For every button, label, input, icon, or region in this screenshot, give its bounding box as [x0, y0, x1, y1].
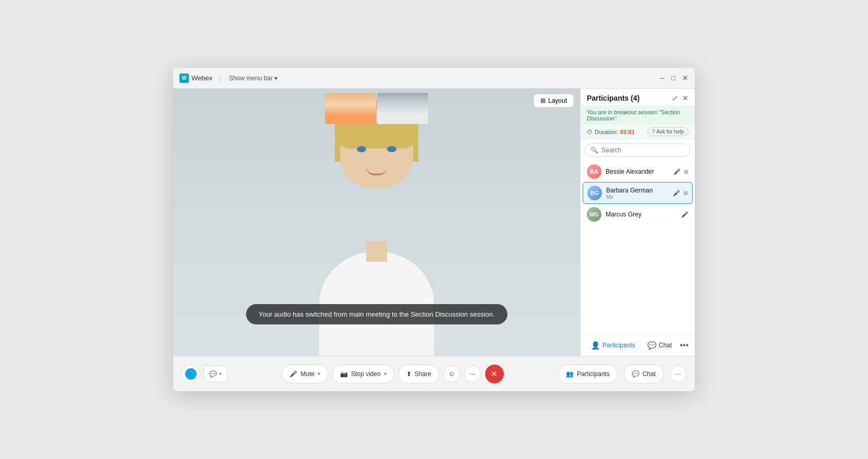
- tab-participants[interactable]: 👤 Participants: [587, 339, 640, 352]
- chat-icon: 💬: [632, 370, 640, 378]
- title-bar-controls: ─ □ ✕: [658, 75, 689, 82]
- stop-video-button[interactable]: 📷 Stop video ▾: [332, 365, 394, 383]
- participant-avatar-barbara: BG: [587, 186, 602, 200]
- participant-item-marcus[interactable]: MG Marcus Grey 🎤: [581, 204, 695, 225]
- title-divider: |: [220, 74, 222, 82]
- layout-button[interactable]: ⊞ Layout: [534, 94, 574, 107]
- share-button[interactable]: ⬆ Share: [399, 365, 439, 383]
- assistant-button[interactable]: [182, 365, 200, 383]
- panel-more-button[interactable]: •••: [680, 341, 689, 350]
- toast-message: Your audio has switched from main meetin…: [259, 310, 495, 318]
- panel-bottom-tabs: 👤 Participants 💬 Chat •••: [581, 334, 695, 356]
- duration-badge: ⏱ Duration: 03:01: [587, 129, 635, 135]
- search-input[interactable]: [601, 147, 685, 154]
- chevron-down-icon: ▾: [274, 75, 278, 82]
- caption-icon: 💬: [209, 370, 217, 378]
- share-icon: ⬆: [406, 370, 412, 378]
- participants-tab-icon: 👤: [591, 341, 600, 349]
- participants-button[interactable]: 👥 Participants: [558, 365, 618, 383]
- participant-name-bessie: Bessie Alexander: [606, 168, 669, 175]
- breakout-notice: You are in breakout session "Section Dis…: [581, 106, 695, 125]
- participant-actions-bessie: 🎤 🖥: [673, 168, 689, 175]
- panel-close-button[interactable]: ✕: [682, 94, 689, 102]
- duration-label: Duration:: [595, 129, 618, 135]
- title-bar-left: W Webex | Show menu bar ▾: [179, 74, 278, 83]
- more-options-icon: ···: [469, 370, 475, 378]
- chat-button[interactable]: 💬 Chat: [624, 365, 664, 383]
- end-call-icon: ✕: [491, 369, 498, 379]
- chat-tab-label: Chat: [659, 342, 672, 349]
- video-chevron-icon: ▾: [384, 371, 387, 377]
- participants-icon: 👥: [566, 370, 574, 378]
- mute-chevron-icon: ▾: [318, 371, 320, 377]
- toolbar-right: 👥 Participants 💬 Chat ···: [558, 365, 686, 383]
- person-eye-right: [387, 146, 396, 152]
- mute-icon: 🎤: [290, 370, 297, 378]
- breakout-notice-text: You are in breakout session "Section Dis…: [587, 109, 680, 122]
- main-video: Your audio has switched from main meetin…: [173, 89, 580, 356]
- participant-info-bessie: Bessie Alexander: [606, 168, 669, 175]
- participant-item-barbara[interactable]: BG Barbara German Me 🎤 🖥: [583, 182, 693, 204]
- show-menu-bar-label: Show menu bar: [229, 75, 273, 82]
- caption-button[interactable]: 💬 ▾: [203, 366, 227, 382]
- app-window: W Webex | Show menu bar ▾ ─ □ ✕: [173, 68, 695, 391]
- participants-panel: Participants (4) ⤢ ✕ You are in breakout…: [580, 89, 695, 356]
- person-body: [319, 251, 434, 356]
- participant-avatar-marcus: MG: [587, 207, 601, 222]
- more-options-button[interactable]: ···: [464, 366, 481, 382]
- participant-sub-barbara: Me: [606, 194, 669, 200]
- person-eye-left: [357, 146, 366, 152]
- participant-list: BA Bessie Alexander 🎤 🖥 BG: [581, 161, 695, 334]
- end-call-button[interactable]: ✕: [485, 365, 504, 383]
- video-icon: 📷: [340, 370, 348, 378]
- caption-chevron-icon: ▾: [219, 371, 222, 377]
- panel-header: Participants (4) ⤢ ✕: [581, 89, 695, 106]
- participant-name-marcus: Marcus Grey: [606, 211, 677, 218]
- show-menu-bar-button[interactable]: Show menu bar ▾: [229, 75, 278, 82]
- thumbnail-1[interactable]: [325, 93, 376, 124]
- participant-name-barbara: Barbara German: [606, 187, 669, 194]
- toolbar-center: 🎤 Mute ▾ 📷 Stop video ▾ ⬆ Share ☺ ··· ✕: [227, 365, 558, 383]
- webex-logo-text: Webex: [191, 74, 212, 82]
- ask-help-label: Ask for help: [656, 129, 684, 135]
- participant-mic-bessie: 🎤: [673, 168, 681, 175]
- participant-avatar-bessie: BA: [587, 164, 601, 179]
- participants-button-label: Participants: [577, 370, 610, 378]
- minimize-button[interactable]: ─: [658, 75, 666, 82]
- assistant-icon: [185, 368, 197, 380]
- person-neck: [366, 241, 387, 262]
- thumbnail-person-1: [325, 93, 376, 124]
- ask-help-button[interactable]: ? Ask for help: [647, 127, 689, 136]
- layout-icon: ⊞: [540, 97, 546, 104]
- bottom-toolbar: 💬 ▾ 🎤 Mute ▾ 📷 Stop video ▾ ⬆ Share ☺: [173, 356, 695, 391]
- search-box[interactable]: 🔍: [585, 143, 691, 157]
- help-icon: ?: [652, 129, 655, 135]
- chat-button-label: Chat: [643, 370, 656, 378]
- title-bar: W Webex | Show menu bar ▾ ─ □ ✕: [173, 68, 695, 89]
- thumbnail-2[interactable]: [377, 93, 428, 124]
- toolbar-more-button[interactable]: ···: [670, 366, 686, 382]
- participants-tab-label: Participants: [602, 342, 635, 349]
- maximize-button[interactable]: □: [670, 75, 677, 82]
- participant-item-bessie[interactable]: BA Bessie Alexander 🎤 🖥: [581, 161, 695, 182]
- clock-icon: ⏱: [587, 129, 593, 135]
- search-icon: 🔍: [590, 147, 598, 154]
- mute-button[interactable]: 🎤 Mute ▾: [282, 365, 328, 383]
- toolbar-left: 💬 ▾: [182, 365, 227, 383]
- participant-screen-barbara: 🖥: [682, 190, 688, 196]
- tab-chat[interactable]: 💬 Chat: [643, 339, 676, 352]
- stop-video-label: Stop video: [351, 370, 381, 378]
- reactions-button[interactable]: ☺: [443, 366, 460, 382]
- pop-out-button[interactable]: ⤢: [672, 94, 678, 102]
- person-eyes: [357, 146, 396, 152]
- duration-value: 03:01: [620, 129, 635, 135]
- toast-notification: Your audio has switched from main meetin…: [246, 304, 508, 324]
- participant-info-barbara: Barbara German Me: [606, 187, 669, 200]
- participant-mic-barbara: 🎤: [673, 190, 680, 197]
- mute-label: Mute: [300, 370, 315, 378]
- participant-info-marcus: Marcus Grey: [606, 211, 677, 218]
- reactions-icon: ☺: [448, 370, 455, 378]
- panel-header-actions: ⤢ ✕: [672, 94, 689, 102]
- participant-screen-bessie: 🖥: [683, 168, 689, 175]
- close-button[interactable]: ✕: [681, 75, 689, 82]
